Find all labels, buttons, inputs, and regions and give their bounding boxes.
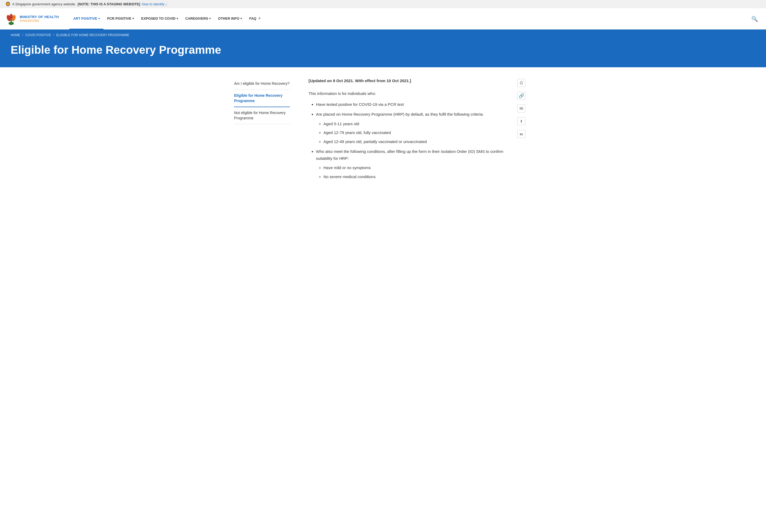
- print-icon[interactable]: ⎙: [517, 79, 525, 87]
- email-icon[interactable]: ✉: [517, 104, 525, 112]
- nav-caregivers[interactable]: CAREGIVERS ▾: [182, 8, 214, 30]
- link-icon[interactable]: 🔗: [517, 92, 525, 100]
- sub-item-5: No severe medical conditions: [323, 173, 505, 180]
- svg-point-5: [10, 15, 11, 17]
- sub-item-2: Aged 12-79 years old, fully vaccinated: [323, 129, 505, 136]
- svg-rect-1: [11, 19, 12, 24]
- breadcrumb-covid-positive[interactable]: COVID POSITIVE: [25, 33, 51, 37]
- bullet-3: Who also meet the following conditions, …: [316, 148, 505, 180]
- facebook-icon[interactable]: f: [517, 117, 525, 125]
- nav-other-info[interactable]: OTHER INFO ▾: [214, 8, 245, 30]
- page-title: Eligible for Home Recovery Programme: [11, 43, 250, 57]
- breadcrumb-current: ELIGIBLE FOR HOME RECOVERY PROGRAMME: [56, 33, 129, 37]
- search-button[interactable]: 🔍: [749, 13, 761, 25]
- chevron-icon: ▾: [98, 17, 100, 20]
- breadcrumb-sep-2: /: [53, 33, 54, 37]
- bullet-1: Have tested positive for COVID-19 via a …: [316, 101, 505, 108]
- chevron-icon: ▾: [177, 17, 178, 20]
- ministry-label: MINISTRY OF HEALTH: [20, 15, 59, 19]
- main-bullet-list: Have tested positive for COVID-19 via a …: [308, 101, 505, 180]
- nav-pcr-positive[interactable]: PCR POSITIVE ▾: [103, 8, 137, 30]
- updated-notice: [Updated on 9 Oct 2021. With effect from…: [308, 78, 505, 84]
- sub-item-1: Aged 5-11 years old: [323, 120, 505, 127]
- hero-section: HOME / COVID POSITIVE / ELIGIBLE FOR HOM…: [0, 30, 766, 67]
- nav-faq[interactable]: FAQ: [245, 8, 264, 30]
- search-icon: 🔍: [751, 16, 758, 22]
- bullet-2: Are placed on Home Recovery Programme (H…: [316, 111, 505, 145]
- svg-point-4: [10, 14, 13, 19]
- nav-exposed-to-covid[interactable]: EXPOSED TO COVID ▾: [137, 8, 182, 30]
- sub-item-3: Aged 12-49 years old, partially vaccinat…: [323, 138, 505, 145]
- sidebar: Am I eligible for Home Recovery? Eligibl…: [234, 78, 298, 183]
- breadcrumb-sep-1: /: [22, 33, 23, 37]
- top-banner: 🦁 A Singapore government agency website.…: [0, 0, 766, 8]
- sidebar-link-eligible-hrp[interactable]: Eligible for Home Recovery Programme: [234, 90, 290, 107]
- chevron-icon: ▾: [132, 17, 134, 20]
- logo-text: MINISTRY OF HEALTH SINGAPORE: [20, 15, 59, 23]
- social-sidebar: ⎙ 🔗 ✉ f in: [516, 78, 527, 183]
- sub-list-criteria: Aged 5-11 years old Aged 12-79 years old…: [316, 120, 505, 145]
- chevron-icon: ▾: [240, 17, 242, 20]
- moh-logo-icon: [5, 12, 17, 26]
- main-layout: Am I eligible for Home Recovery? Eligibl…: [223, 67, 543, 199]
- linkedin-icon[interactable]: in: [517, 130, 525, 138]
- chevron-icon: ▾: [209, 17, 211, 20]
- sub-item-4: Have mild or no symptoms: [323, 164, 505, 171]
- country-label: SINGAPORE: [20, 19, 59, 23]
- banner-note: [NOTE: THIS IS A STAGING WEBSITE]: [78, 2, 140, 6]
- main-nav: ART POSITIVE ▾ PCR POSITIVE ▾ EXPOSED TO…: [69, 8, 749, 30]
- banner-text: A Singapore government agency website.: [12, 2, 76, 6]
- main-content: [Updated on 9 Oct 2021. With effect from…: [298, 78, 516, 183]
- logo[interactable]: MINISTRY OF HEALTH SINGAPORE: [5, 12, 59, 26]
- header: MINISTRY OF HEALTH SINGAPORE ART POSITIV…: [0, 8, 766, 30]
- intro-text: This information is for individuals who:: [308, 90, 505, 97]
- breadcrumb-home[interactable]: HOME: [11, 33, 20, 37]
- sub-list-conditions: Have mild or no symptoms No severe medic…: [316, 164, 505, 180]
- nav-art-positive[interactable]: ART POSITIVE ▾: [69, 8, 103, 30]
- sidebar-link-am-i-eligible[interactable]: Am I eligible for Home Recovery?: [234, 78, 290, 90]
- lion-icon: 🦁: [5, 2, 11, 7]
- breadcrumb: HOME / COVID POSITIVE / ELIGIBLE FOR HOM…: [11, 30, 755, 41]
- identify-link[interactable]: How to identify ↓: [142, 2, 167, 6]
- sidebar-link-not-eligible[interactable]: Not eligible for Home Recovery Programme: [234, 107, 290, 124]
